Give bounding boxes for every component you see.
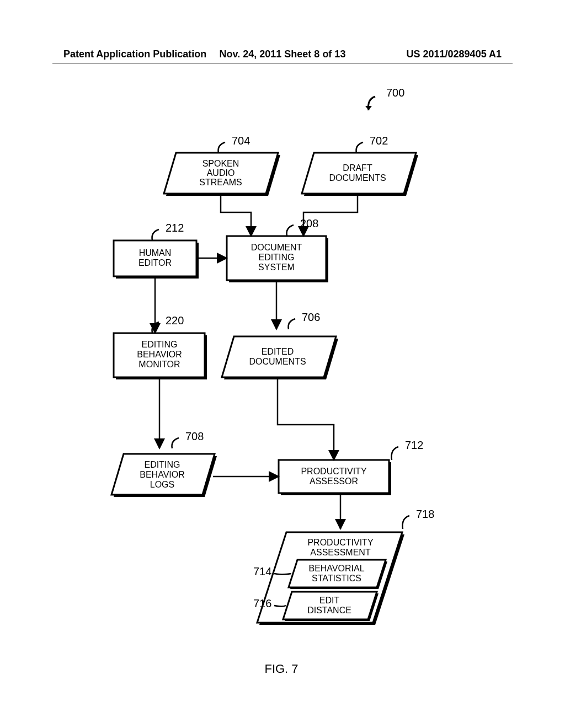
- svg-text:BEHAVIOR: BEHAVIOR: [140, 470, 185, 479]
- svg-text:STREAMS: STREAMS: [199, 178, 242, 187]
- svg-text:MONITOR: MONITOR: [138, 360, 180, 369]
- arrow-702-to-208: [303, 196, 358, 236]
- svg-text:SPOKEN: SPOKEN: [202, 159, 239, 168]
- ref-700: 700: [365, 87, 404, 110]
- svg-text:DOCUMENT: DOCUMENT: [251, 243, 302, 252]
- node-human-editor: HUMAN EDITOR 212: [114, 222, 199, 279]
- node-spoken-audio-streams: SPOKEN AUDIO STREAMS 704: [164, 135, 280, 196]
- svg-text:BEHAVIOR: BEHAVIOR: [137, 350, 182, 359]
- svg-text:EDITED: EDITED: [262, 347, 294, 356]
- arrow-704-to-208: [221, 196, 251, 236]
- svg-text:EDIT: EDIT: [319, 596, 340, 605]
- svg-text:SYSTEM: SYSTEM: [258, 263, 295, 272]
- svg-text:EDITOR: EDITOR: [138, 258, 172, 267]
- svg-text:PRODUCTIVITY: PRODUCTIVITY: [307, 538, 373, 547]
- node-editing-behavior-logs: EDITING BEHAVIOR LOGS 708: [111, 430, 217, 497]
- svg-text:AUDIO: AUDIO: [207, 168, 235, 178]
- figure-label: FIG. 7: [264, 662, 298, 676]
- svg-text:EDITING: EDITING: [142, 340, 178, 349]
- node-document-editing-system: DOCUMENT EDITING SYSTEM 208: [227, 217, 328, 282]
- svg-text:LOGS: LOGS: [150, 480, 174, 489]
- flowchart-diagram: 700 SPOKEN AUDIO STREAMS 704 DRAFT DOCUM…: [0, 0, 565, 728]
- svg-text:HUMAN: HUMAN: [139, 248, 172, 258]
- svg-text:700: 700: [386, 87, 404, 99]
- node-productivity-assessor: PRODUCTIVITY ASSESSOR 712: [279, 439, 423, 495]
- node-productivity-assessment: PRODUCTIVITY ASSESSMENT 718 BEHAVORIAL S…: [253, 508, 434, 625]
- svg-text:ASSESSOR: ASSESSOR: [310, 477, 358, 486]
- svg-text:704: 704: [232, 135, 250, 147]
- svg-text:ASSESSMENT: ASSESSMENT: [310, 548, 371, 557]
- svg-text:DRAFT: DRAFT: [343, 163, 372, 173]
- svg-text:PRODUCTIVITY: PRODUCTIVITY: [301, 467, 366, 476]
- svg-text:714: 714: [253, 565, 271, 577]
- arrow-706-to-712: [278, 379, 334, 460]
- svg-text:220: 220: [166, 314, 184, 326]
- svg-text:702: 702: [370, 135, 388, 147]
- node-edited-documents: EDITED DOCUMENTS 706: [222, 311, 338, 379]
- svg-text:706: 706: [302, 311, 320, 323]
- node-draft-documents: DRAFT DOCUMENTS 702: [302, 135, 418, 196]
- svg-text:716: 716: [253, 597, 271, 609]
- svg-text:BEHAVORIAL: BEHAVORIAL: [308, 564, 364, 573]
- svg-text:EDITING: EDITING: [259, 253, 295, 262]
- svg-text:DISTANCE: DISTANCE: [307, 606, 351, 615]
- svg-text:STATISTICS: STATISTICS: [312, 574, 361, 583]
- svg-text:712: 712: [405, 439, 423, 451]
- svg-text:708: 708: [185, 430, 204, 442]
- svg-text:EDITING: EDITING: [145, 460, 180, 469]
- node-editing-behavior-monitor: EDITING BEHAVIOR MONITOR 220: [114, 314, 207, 379]
- svg-text:212: 212: [166, 222, 184, 234]
- svg-text:718: 718: [416, 508, 434, 520]
- svg-text:DOCUMENTS: DOCUMENTS: [249, 357, 306, 366]
- svg-text:DOCUMENTS: DOCUMENTS: [329, 173, 386, 183]
